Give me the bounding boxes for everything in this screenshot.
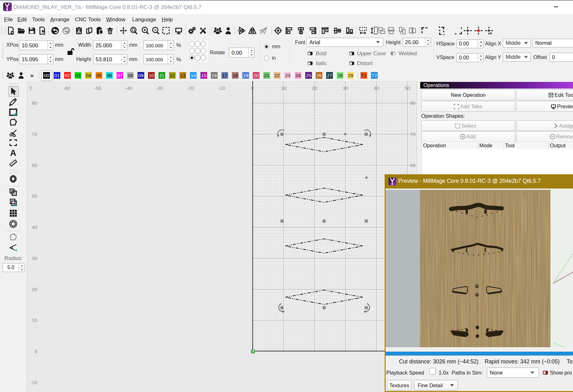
svg-text:80: 80 [410,100,415,106]
svg-text:10: 10 [281,85,286,91]
svg-text:20: 20 [32,287,37,292]
svg-text:70: 70 [410,131,415,137]
svg-text:-10: -10 [30,380,37,385]
svg-text:-50: -50 [94,85,101,91]
svg-text:60: 60 [410,163,415,168]
svg-text:10: 10 [32,317,37,323]
svg-text:-20: -20 [187,85,194,91]
svg-text:30: 30 [32,256,37,261]
svg-text:'2: '2 [29,85,32,91]
svg-text:20: 20 [312,85,317,91]
svg-text:-30: -30 [156,85,163,91]
svg-text:50: 50 [32,193,37,199]
svg-text:50: 50 [405,85,410,91]
svg-text:-40: -40 [125,85,132,91]
svg-text:30: 30 [343,85,348,91]
svg-text:70: 70 [32,131,37,137]
svg-text:A: A [10,149,17,157]
svg-text:80: 80 [32,100,37,106]
svg-text:-10: -10 [218,85,225,91]
svg-text:0: 0 [251,85,254,91]
svg-text:60: 60 [32,163,37,168]
svg-text:-60: -60 [63,85,70,91]
svg-text:40: 40 [32,224,37,230]
svg-text:40: 40 [374,85,379,91]
svg-text:0: 0 [35,349,37,354]
